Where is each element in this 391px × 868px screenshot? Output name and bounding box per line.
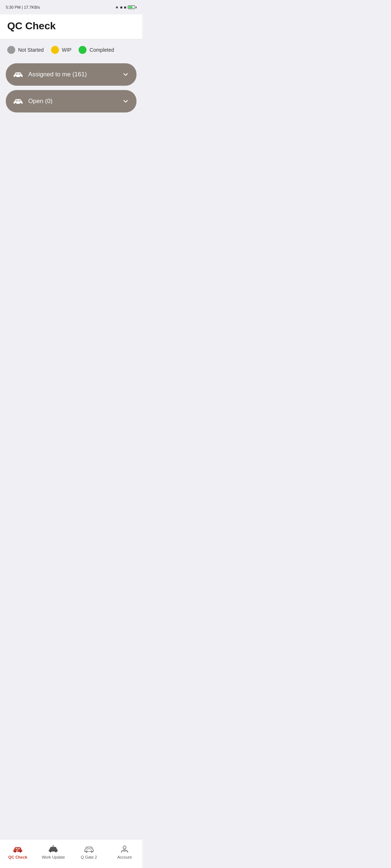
page-title: QC Check: [7, 20, 135, 32]
open-accordion-left: Open (0): [13, 98, 52, 105]
svg-rect-7: [18, 100, 21, 102]
svg-point-0: [14, 76, 16, 78]
car-icon-open: [13, 98, 23, 105]
wifi-icon: ■: [120, 5, 123, 9]
svg-rect-3: [18, 73, 21, 75]
battery-icon: [128, 5, 136, 9]
wip-label: WIP: [62, 47, 71, 53]
car-icon-assigned: [13, 71, 23, 78]
completed-label: Completed: [89, 47, 114, 53]
signal-icon: ■: [124, 5, 126, 9]
completed-dot: [79, 46, 87, 54]
content-area: Assigned to me (161) Open (0): [0, 60, 142, 115]
open-label: Open (0): [28, 98, 52, 105]
not-started-label: Not Started: [18, 47, 44, 53]
svg-point-4: [14, 103, 16, 105]
status-time: 5:30 PM | 17.7KB/s: [6, 5, 40, 9]
svg-rect-2: [16, 73, 18, 75]
assigned-accordion-left: Assigned to me (161): [13, 71, 87, 78]
wip-dot: [51, 46, 59, 54]
assigned-accordion[interactable]: Assigned to me (161): [6, 63, 136, 86]
open-chevron-icon: [122, 98, 129, 105]
assigned-label: Assigned to me (161): [28, 71, 87, 78]
open-accordion[interactable]: Open (0): [6, 90, 136, 112]
status-bar: 5:30 PM | 17.7KB/s ★ ■ ■: [0, 0, 142, 14]
bluetooth-icon: ★: [115, 5, 119, 10]
status-icons: ★ ■ ■: [115, 5, 136, 10]
legend-row: Not Started WIP Completed: [0, 39, 142, 60]
svg-point-5: [20, 103, 21, 105]
page-header: QC Check: [0, 14, 142, 39]
legend-not-started: Not Started: [7, 46, 44, 54]
legend-completed: Completed: [79, 46, 114, 54]
assigned-chevron-icon: [122, 71, 129, 78]
svg-point-1: [20, 76, 21, 78]
legend-wip: WIP: [51, 46, 71, 54]
not-started-dot: [7, 46, 15, 54]
svg-rect-6: [16, 100, 18, 102]
